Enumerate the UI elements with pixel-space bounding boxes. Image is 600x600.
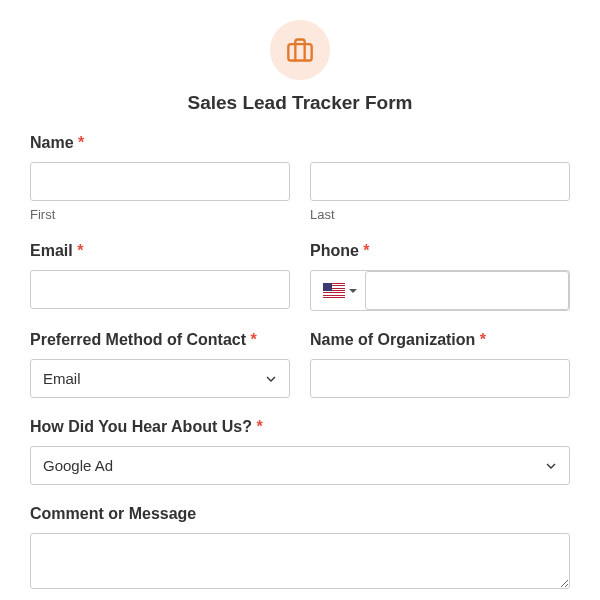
required-indicator: *	[78, 134, 84, 151]
email-label: Email *	[30, 242, 290, 260]
contact-method-col: Preferred Method of Contact * Email	[30, 331, 290, 398]
organization-col: Name of Organization *	[310, 331, 570, 398]
last-name-sublabel: Last	[310, 207, 570, 222]
form-title: Sales Lead Tracker Form	[30, 92, 570, 114]
phone-label: Phone *	[310, 242, 570, 260]
phone-field[interactable]	[365, 271, 569, 310]
last-name-field[interactable]	[310, 162, 570, 201]
briefcase-icon	[286, 36, 314, 64]
first-name-col: First	[30, 162, 290, 222]
briefcase-icon-container	[270, 20, 330, 80]
phone-col: Phone *	[310, 242, 570, 311]
email-col: Email *	[30, 242, 290, 311]
email-field[interactable]	[30, 270, 290, 309]
required-indicator: *	[256, 418, 262, 435]
chevron-down-icon	[349, 289, 357, 293]
comment-label: Comment or Message	[30, 505, 570, 523]
last-name-col: Last	[310, 162, 570, 222]
organization-field[interactable]	[310, 359, 570, 398]
name-label: Name *	[30, 134, 570, 152]
country-selector[interactable]	[311, 283, 365, 298]
required-indicator: *	[250, 331, 256, 348]
hear-about-select[interactable]: Google Ad	[30, 446, 570, 485]
required-indicator: *	[77, 242, 83, 259]
comment-group: Comment or Message	[30, 505, 570, 593]
name-row: First Last	[30, 162, 570, 222]
comment-field[interactable]	[30, 533, 570, 589]
organization-label: Name of Organization *	[310, 331, 570, 349]
required-indicator: *	[480, 331, 486, 348]
us-flag-icon	[323, 283, 345, 298]
svg-rect-0	[288, 44, 311, 60]
hear-about-label: How Did You Hear About Us? *	[30, 418, 570, 436]
first-name-field[interactable]	[30, 162, 290, 201]
hear-about-group: How Did You Hear About Us? * Google Ad	[30, 418, 570, 485]
required-indicator: *	[363, 242, 369, 259]
name-group: Name * First Last	[30, 134, 570, 222]
contact-org-row: Preferred Method of Contact * Email Name…	[30, 331, 570, 398]
contact-method-select[interactable]: Email	[30, 359, 290, 398]
phone-input-container	[310, 270, 570, 311]
form-header: Sales Lead Tracker Form	[30, 20, 570, 114]
first-name-sublabel: First	[30, 207, 290, 222]
email-phone-row: Email * Phone *	[30, 242, 570, 311]
contact-method-label: Preferred Method of Contact *	[30, 331, 290, 349]
